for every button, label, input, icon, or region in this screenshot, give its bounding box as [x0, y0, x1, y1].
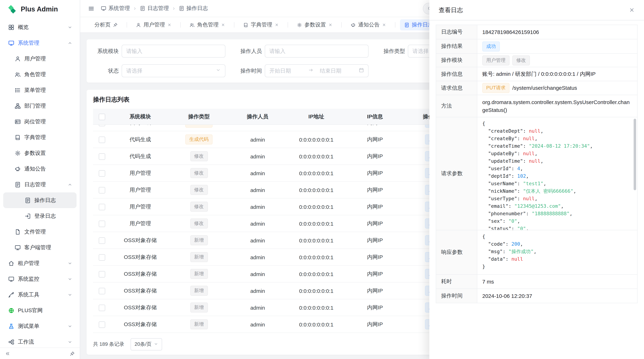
- tab-dict-management[interactable]: 字典管理: [239, 19, 283, 30]
- sidebar-item-operation-log[interactable]: 操作日志: [3, 192, 76, 208]
- scrollbar-thumb[interactable]: [634, 119, 636, 190]
- app-logo[interactable]: Plus Admin: [0, 0, 80, 18]
- sidebar-footer: [0, 348, 80, 359]
- status-placeholder: 请选择: [126, 67, 213, 74]
- row-checkbox[interactable]: [99, 321, 105, 328]
- operation-type-tag: 新增: [190, 319, 208, 329]
- sidebar-item-client-management[interactable]: 客户端管理: [3, 240, 76, 255]
- sidebar-item-role-management[interactable]: 角色管理: [3, 66, 76, 82]
- pin-tab-icon[interactable]: [113, 22, 118, 27]
- sidebar-item-plus-website[interactable]: PLUS官网: [3, 303, 76, 318]
- type-cell: 新增: [170, 249, 228, 266]
- toggle-sidebar-button[interactable]: [88, 5, 94, 12]
- detail-tag: 用户管理: [482, 55, 510, 65]
- tab-notice[interactable]: 通知公告: [346, 19, 390, 30]
- row-checkbox[interactable]: [99, 204, 105, 210]
- code-line: "updateTime": null,: [482, 157, 593, 165]
- tab-user-management[interactable]: 用户管理: [132, 19, 176, 30]
- sidebar-item-label: 概览: [18, 24, 28, 30]
- sidebar-item-dict-management[interactable]: 字典管理: [3, 129, 76, 145]
- breadcrumb-item-operation-log[interactable]: 操作日志: [179, 5, 208, 12]
- time-range-input[interactable]: 开始日期 结束日期: [265, 64, 368, 77]
- close-tab-icon[interactable]: [382, 23, 386, 27]
- row-select-cell: [93, 232, 111, 249]
- tab-param-settings[interactable]: 参数设置: [293, 19, 337, 30]
- row-checkbox[interactable]: [99, 170, 105, 176]
- close-tab-icon[interactable]: [275, 23, 279, 27]
- code-line: "sex": "0",: [482, 217, 593, 225]
- doc-icon: [179, 6, 184, 11]
- detail-value-module: 用户管理修改: [477, 54, 638, 67]
- filter-label-status: 状态: [93, 67, 119, 74]
- close-tab-icon[interactable]: [221, 23, 225, 27]
- row-checkbox[interactable]: [99, 153, 105, 160]
- detail-label-response-params: 响应参数: [436, 230, 477, 275]
- module-cell: 用户管理: [111, 165, 170, 181]
- pin-sidebar-button[interactable]: [70, 351, 75, 356]
- row-checkbox[interactable]: [99, 254, 105, 261]
- row-select-cell: [93, 282, 111, 299]
- ip-info-cell: 内网IP: [346, 299, 404, 316]
- row-checkbox[interactable]: [99, 305, 105, 311]
- close-tab-icon[interactable]: [168, 23, 172, 27]
- row-checkbox[interactable]: [99, 271, 105, 277]
- sidebar-item-workflow[interactable]: 工作流: [3, 334, 76, 348]
- select-all-checkbox[interactable]: [99, 113, 105, 120]
- chevron-down-icon: [68, 292, 72, 297]
- sidebar-item-test-menu[interactable]: 测试菜单: [3, 318, 76, 334]
- sidebar-item-post-management[interactable]: 岗位管理: [3, 114, 76, 129]
- sidebar-item-login-log[interactable]: 登录日志: [3, 208, 76, 224]
- ip-cell: 0:0:0:0:0:0:0:1: [287, 125, 346, 131]
- tools-icon: [8, 292, 14, 298]
- app-root: Plus Admin 概览系统管理用户管理角色管理菜单管理部门管理岗位管理字典管…: [0, 0, 644, 359]
- operator-input[interactable]: 请输入: [265, 45, 368, 57]
- detail-value-response-params: { "code": 200, "msg": "操作成功", "data": nu…: [477, 230, 638, 275]
- row-checkbox[interactable]: [99, 237, 105, 244]
- row-checkbox[interactable]: [99, 136, 105, 143]
- close-drawer-button[interactable]: [629, 7, 635, 13]
- breadcrumb-separator-icon: [172, 6, 176, 10]
- detail-row-op-time: 操作时间2024-10-06 12:20:37: [436, 289, 638, 303]
- collapse-sidebar-button[interactable]: [5, 351, 10, 356]
- breadcrumb-item-log-management[interactable]: 日志管理: [140, 5, 169, 12]
- type-cell: 修改: [170, 198, 228, 215]
- sidebar-item-param-settings[interactable]: 参数设置: [3, 145, 76, 161]
- sidebar-item-label: 用户管理: [24, 55, 46, 62]
- login-icon: [25, 213, 31, 219]
- status-select[interactable]: 请选择: [122, 64, 226, 77]
- row-checkbox[interactable]: [99, 288, 105, 294]
- row-checkbox[interactable]: [99, 187, 105, 193]
- operator-cell: admin: [228, 316, 287, 333]
- sidebar-item-log-management[interactable]: 日志管理: [3, 177, 76, 192]
- tab-role-management[interactable]: 角色管理: [185, 19, 229, 30]
- tab-divider: [395, 22, 395, 27]
- sidebar-item-dept-management[interactable]: 部门管理: [3, 98, 76, 114]
- code-line: }: [482, 263, 536, 270]
- sidebar-item-tenant-management[interactable]: 租户管理: [3, 255, 76, 271]
- code-line: "msg": "操作成功",: [482, 248, 536, 255]
- sidebar-item-notice[interactable]: 通知公告: [3, 161, 76, 177]
- sidebar-item-file-management[interactable]: 文件管理: [3, 224, 76, 240]
- row-checkbox[interactable]: [99, 220, 105, 227]
- sidebar-item-system-tools[interactable]: 系统工具: [3, 287, 76, 303]
- sidebar-item-label: 系统工具: [18, 291, 39, 298]
- module-input[interactable]: 请输入: [122, 45, 226, 57]
- module-cell: OSS对象存储: [111, 232, 170, 249]
- json-code: { "createDept": null, "createBy": null, …: [477, 117, 598, 230]
- breadcrumb-item-system-management[interactable]: 系统管理: [101, 5, 130, 12]
- code-line: "code": 200,: [482, 240, 536, 248]
- column-header-2: 操作人员: [228, 109, 287, 125]
- breadcrumb-label: 操作日志: [186, 5, 208, 12]
- tab-analysis[interactable]: 分析页: [90, 19, 122, 30]
- code-line: "createDept": null,: [482, 127, 593, 135]
- sidebar-item-user-management[interactable]: 用户管理: [3, 51, 76, 66]
- sidebar-item-system-management[interactable]: 系统管理: [3, 35, 76, 51]
- sidebar-item-system-monitor[interactable]: 系统监控: [3, 271, 76, 287]
- row-checkbox[interactable]: [99, 125, 105, 126]
- page-size-select[interactable]: 20条/页: [130, 338, 162, 351]
- sidebar-item-overview[interactable]: 概览: [3, 19, 76, 35]
- operator-cell: admin: [228, 266, 287, 282]
- monitor-icon: [101, 6, 106, 11]
- close-tab-icon[interactable]: [328, 23, 332, 27]
- sidebar-item-menu-management[interactable]: 菜单管理: [3, 82, 76, 98]
